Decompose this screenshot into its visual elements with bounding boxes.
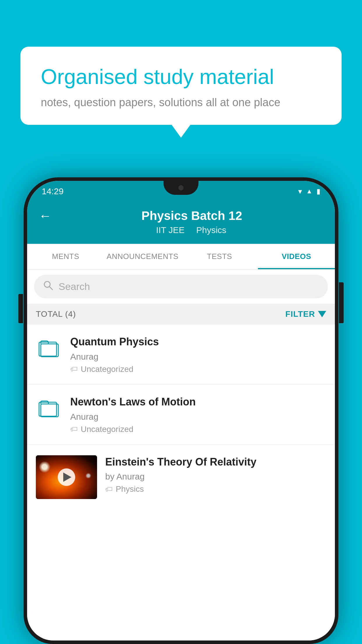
app-bar-title: Physics Batch 12: [60, 209, 323, 223]
subtitle-tags: IIT JEE Physics: [156, 225, 226, 235]
item-icon-2: [36, 398, 62, 417]
phone-screen: 14:29 ▾ ▲ ▮ ← Physics Batch 12 IIT JEE P…: [27, 181, 335, 640]
speech-bubble: Organised study material notes, question…: [20, 47, 342, 125]
svg-rect-5: [41, 404, 58, 417]
battery-icon: ▮: [317, 187, 320, 195]
tab-videos[interactable]: VIDEOS: [258, 244, 335, 269]
play-icon: [63, 473, 71, 482]
notch: [164, 181, 198, 195]
camera-dot: [178, 185, 184, 190]
svg-rect-3: [41, 344, 58, 357]
thumbnail-overlay: [36, 455, 97, 499]
tag-icon-3: 🏷: [105, 485, 113, 494]
app-bar-top: ← Physics Batch 12: [39, 209, 323, 223]
signal-icon: ▲: [306, 188, 312, 195]
status-bar: 14:29 ▾ ▲ ▮: [27, 181, 335, 202]
item-author-1: Anurag: [70, 352, 326, 362]
filter-label: FILTER: [285, 309, 315, 319]
list-item[interactable]: Quantum Physics Anurag 🏷 Uncategorized: [27, 325, 335, 385]
wifi-icon: ▾: [298, 187, 302, 196]
item-title-2: Newton's Laws of Motion: [70, 395, 326, 409]
app-bar: ← Physics Batch 12 IIT JEE Physics: [27, 202, 335, 244]
total-count: TOTAL (4): [36, 309, 76, 319]
item-tag-label-3: Physics: [116, 484, 144, 494]
tab-tests[interactable]: TESTS: [181, 244, 258, 269]
list-item[interactable]: Newton's Laws of Motion Anurag 🏷 Uncateg…: [27, 385, 335, 445]
search-container: Search: [27, 270, 335, 304]
item-title-1: Quantum Physics: [70, 335, 326, 349]
tab-announcements[interactable]: ANNOUNCEMENTS: [104, 244, 181, 269]
item-tag-1: 🏷 Uncategorized: [70, 365, 326, 374]
item-author-2: Anurag: [70, 412, 326, 422]
tab-ments[interactable]: MENTS: [27, 244, 104, 269]
search-placeholder-text: Search: [59, 281, 90, 292]
tag-iit-jee: IIT JEE: [156, 225, 184, 235]
bubble-title: Organised study material: [41, 64, 321, 89]
list-item[interactable]: Einstein's Theory Of Relativity by Anura…: [27, 445, 335, 510]
item-tag-label-2: Uncategorized: [81, 425, 133, 434]
tab-bar: MENTS ANNOUNCEMENTS TESTS VIDEOS: [27, 244, 335, 270]
phone-frame: 14:29 ▾ ▲ ▮ ← Physics Batch 12 IIT JEE P…: [24, 177, 338, 644]
filter-icon: [318, 311, 326, 317]
search-icon: [43, 280, 53, 293]
svg-line-1: [50, 287, 52, 290]
app-bar-subtitle: IIT JEE Physics: [39, 225, 323, 235]
tag-physics: Physics: [196, 225, 226, 235]
tag-icon-1: 🏷: [70, 365, 78, 374]
search-input[interactable]: Search: [34, 275, 328, 298]
tag-icon-2: 🏷: [70, 425, 78, 434]
filter-button[interactable]: FILTER: [285, 309, 326, 319]
video-thumbnail: [36, 455, 97, 499]
status-icons: ▾ ▲ ▮: [298, 187, 320, 196]
back-button[interactable]: ←: [39, 209, 52, 222]
item-icon-1: [36, 337, 62, 357]
item-tag-3: 🏷 Physics: [105, 484, 326, 494]
play-button[interactable]: [58, 468, 75, 486]
item-content-1: Quantum Physics Anurag 🏷 Uncategorized: [70, 335, 326, 374]
filter-bar: TOTAL (4) FILTER: [27, 304, 335, 325]
item-title-3: Einstein's Theory Of Relativity: [105, 455, 326, 469]
content-list: Quantum Physics Anurag 🏷 Uncategorized: [27, 325, 335, 640]
item-tag-label-1: Uncategorized: [81, 365, 133, 374]
status-time: 14:29: [42, 186, 64, 196]
speech-bubble-container: Organised study material notes, question…: [20, 47, 342, 125]
bubble-subtitle: notes, question papers, solutions all at…: [41, 96, 321, 109]
item-author-3: by Anurag: [105, 472, 326, 482]
item-content-3: Einstein's Theory Of Relativity by Anura…: [105, 455, 326, 494]
item-tag-2: 🏷 Uncategorized: [70, 425, 326, 434]
item-content-2: Newton's Laws of Motion Anurag 🏷 Uncateg…: [70, 395, 326, 434]
